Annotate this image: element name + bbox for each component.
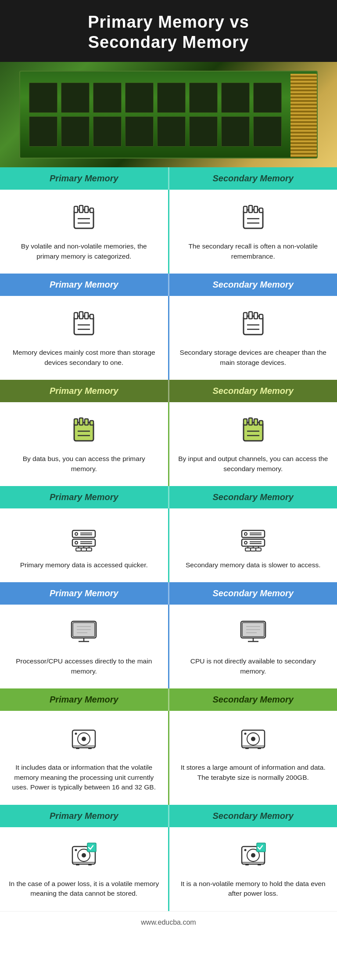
row5-secondary-content: CPU is not directly available to seconda… — [169, 605, 337, 688]
svg-rect-15 — [74, 313, 78, 319]
storage-save-icon-primary — [66, 838, 101, 873]
row6-content: It includes data or information that the… — [0, 711, 337, 804]
row7-secondary-content: It is a non-volatile memory to hold the … — [169, 827, 337, 911]
row6-primary-text: It includes data or information that the… — [9, 763, 159, 792]
row2-primary-text: Memory devices mainly cost more than sto… — [9, 348, 159, 368]
storage-save-icon-secondary — [236, 838, 271, 873]
svg-rect-103 — [76, 864, 79, 865]
row3-primary-content: By data bus, you can access the primary … — [0, 402, 169, 486]
svg-point-58 — [244, 533, 247, 535]
svg-rect-22 — [244, 313, 247, 319]
svg-rect-67 — [245, 548, 251, 551]
svg-rect-53 — [76, 548, 81, 551]
svg-rect-90 — [88, 747, 92, 749]
monitor-icon-secondary — [236, 615, 271, 650]
row4-secondary-text: Secondary memory data is slower to acces… — [186, 560, 321, 570]
svg-rect-18 — [90, 314, 93, 319]
svg-point-109 — [244, 849, 246, 851]
svg-point-94 — [244, 733, 246, 735]
svg-rect-55 — [86, 548, 92, 551]
svg-rect-17 — [85, 313, 88, 319]
row1-header: Primary Memory Secondary Memory — [0, 167, 337, 190]
hero-image — [0, 62, 337, 167]
row1-primary-text: By volatile and non-volatile memories, t… — [9, 241, 159, 261]
row1-secondary-text: The secondary recall is often a non-vola… — [178, 241, 329, 261]
svg-rect-24 — [254, 313, 258, 319]
row3-header: Primary Memory Secondary Memory — [0, 380, 337, 402]
row6-primary-header: Primary Memory — [0, 688, 169, 711]
svg-point-101 — [75, 849, 77, 851]
sd-card-green-icon-primary — [66, 413, 101, 448]
ram-chip-visual — [19, 71, 318, 159]
row5-header: Primary Memory Secondary Memory — [0, 582, 337, 605]
row6-secondary-content: It stores a large amount of information … — [169, 711, 337, 804]
svg-rect-36 — [244, 419, 247, 425]
svg-rect-16 — [79, 312, 83, 319]
svg-rect-96 — [245, 747, 249, 749]
svg-rect-4 — [90, 208, 93, 213]
svg-rect-112 — [258, 864, 261, 865]
row7-primary-content: In the case of a power loss, it is a vol… — [0, 827, 169, 911]
storage-icon-primary — [66, 721, 101, 757]
row5-primary-content: Processor/CPU accesses directly to the m… — [0, 605, 169, 688]
row2-header: Primary Memory Secondary Memory — [0, 274, 337, 296]
sd-card-green-icon-secondary — [236, 413, 271, 448]
row4-primary-header: Primary Memory — [0, 486, 169, 508]
server-icon-primary — [66, 519, 101, 554]
svg-rect-29 — [74, 419, 78, 425]
svg-rect-9 — [249, 205, 252, 213]
row6-primary-content: It includes data or information that the… — [0, 711, 169, 804]
row7-primary-text: In the case of a power loss, it is a vol… — [9, 879, 159, 899]
svg-point-44 — [75, 533, 78, 535]
svg-rect-37 — [249, 418, 252, 425]
row5-primary-text: Processor/CPU accesses directly to the m… — [9, 656, 159, 676]
svg-rect-69 — [256, 548, 261, 551]
svg-point-45 — [75, 541, 78, 544]
svg-rect-104 — [88, 864, 92, 865]
row3-primary-text: By data bus, you can access the primary … — [9, 454, 159, 474]
svg-rect-30 — [79, 418, 83, 425]
svg-rect-11 — [259, 208, 263, 213]
svg-rect-25 — [259, 314, 263, 319]
row7-content: In the case of a power loss, it is a vol… — [0, 827, 337, 911]
row4-secondary-header: Secondary Memory — [169, 486, 337, 508]
row4-header: Primary Memory Secondary Memory — [0, 486, 337, 508]
page-title: Primary Memory vs Secondary Memory — [9, 12, 328, 52]
row5-secondary-text: CPU is not directly available to seconda… — [178, 656, 329, 676]
row1-primary-content: By volatile and non-volatile memories, t… — [0, 190, 169, 274]
svg-rect-39 — [259, 421, 263, 425]
row2-primary-content: Memory devices mainly cost more than sto… — [0, 296, 169, 380]
sd-card-icon-primary — [66, 200, 101, 235]
storage-icon-secondary — [236, 721, 271, 757]
svg-rect-32 — [90, 421, 93, 425]
svg-rect-23 — [249, 312, 252, 319]
svg-point-93 — [251, 737, 255, 741]
svg-point-86 — [82, 737, 86, 741]
row1-primary-header: Primary Memory — [0, 167, 169, 190]
row3-secondary-text: By input and output channels, you can ac… — [178, 454, 329, 474]
svg-rect-89 — [76, 747, 79, 749]
comparison-section: Primary Memory Secondary Memory By volat… — [0, 167, 337, 911]
svg-rect-10 — [254, 206, 258, 213]
svg-point-108 — [251, 853, 255, 858]
row2-primary-header: Primary Memory — [0, 274, 169, 296]
svg-rect-2 — [79, 205, 83, 213]
sd-card-icon-secondary — [236, 200, 271, 235]
page-header: Primary Memory vs Secondary Memory — [0, 0, 337, 62]
row3-secondary-header: Secondary Memory — [169, 380, 337, 402]
svg-rect-97 — [258, 747, 261, 749]
svg-rect-38 — [254, 419, 258, 425]
sd-card2-icon-primary — [66, 306, 101, 342]
svg-point-87 — [75, 733, 77, 735]
svg-rect-31 — [85, 419, 88, 425]
svg-rect-3 — [85, 206, 88, 213]
row3-secondary-content: By input and output channels, you can ac… — [169, 402, 337, 486]
svg-rect-8 — [244, 206, 247, 213]
row5-secondary-header: Secondary Memory — [169, 582, 337, 605]
row7-secondary-text: It is a non-volatile memory to hold the … — [178, 879, 329, 899]
row5-primary-header: Primary Memory — [0, 582, 169, 605]
svg-point-100 — [82, 853, 86, 858]
server-icon-secondary — [236, 519, 271, 554]
monitor-icon-primary — [66, 615, 101, 650]
row3-content: By data bus, you can access the primary … — [0, 402, 337, 486]
